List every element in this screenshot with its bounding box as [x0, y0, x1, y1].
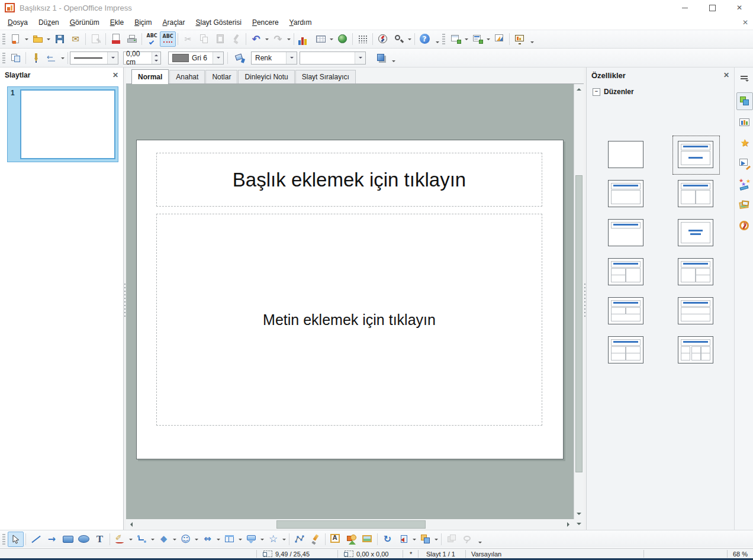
toolbar-grip[interactable]	[2, 34, 5, 44]
curve-dropdown[interactable]	[128, 532, 134, 546]
layout-blank[interactable]	[608, 141, 643, 168]
corner-scroll-down-icon[interactable]	[574, 520, 583, 529]
menu-bicim[interactable]: Biçim	[129, 15, 157, 30]
menu-dosya[interactable]: Dosya	[2, 15, 33, 30]
layout-title-slide[interactable]	[678, 141, 713, 168]
edit-file-icon[interactable]: ✎	[88, 31, 104, 47]
connector-dropdown[interactable]	[150, 532, 156, 546]
close-button[interactable]: ✕	[726, 0, 753, 15]
maximize-button[interactable]	[699, 0, 726, 15]
tab-dinleyici-notu[interactable]: Dinleyici Notu	[238, 70, 294, 83]
menu-duzen[interactable]: Düzen	[33, 15, 65, 30]
open-icon[interactable]	[30, 31, 46, 47]
new-slide-dropdown[interactable]	[464, 32, 469, 46]
zoom-icon[interactable]	[391, 31, 407, 47]
line-color-combo-arrow[interactable]	[213, 52, 223, 64]
shadow-icon[interactable]	[373, 50, 389, 66]
layout-two-content-and-content[interactable]	[608, 258, 643, 285]
layout-title-two-content[interactable]	[678, 180, 713, 207]
line-tool-icon[interactable]	[28, 532, 44, 547]
curve-tool-icon[interactable]: ✎	[112, 532, 128, 547]
horizontal-scroll-thumb[interactable]	[276, 520, 426, 529]
send-email-icon[interactable]: ✉	[67, 31, 83, 47]
rotate-icon[interactable]: ↻	[379, 532, 395, 547]
arrow-tool-icon[interactable]: →	[44, 532, 60, 547]
fontwork-icon[interactable]: A	[327, 532, 343, 547]
undo-dropdown[interactable]	[264, 32, 270, 46]
arrow-style-icon[interactable]: →	[44, 50, 60, 66]
ellipse-tool-icon[interactable]	[76, 532, 92, 547]
symbol-shapes-dropdown[interactable]	[194, 532, 199, 546]
save-icon[interactable]	[52, 31, 67, 47]
title-placeholder[interactable]: Başlık eklemek için tıklayın	[156, 153, 542, 207]
sidebar-tab-slide-transition[interactable]	[736, 155, 753, 172]
open-dropdown[interactable]	[46, 32, 52, 46]
callouts-dropdown[interactable]	[259, 532, 265, 546]
cut-icon[interactable]: ✂	[180, 31, 196, 47]
navigator-icon[interactable]	[375, 31, 391, 47]
arrange-dropdown[interactable]	[433, 532, 439, 546]
drawing-toolbar-overflow-icon[interactable]	[477, 531, 484, 548]
alignment-icon[interactable]	[395, 532, 411, 547]
rectangle-tool-icon[interactable]	[60, 532, 76, 547]
fill-type-combo[interactable]: Renk	[251, 52, 297, 65]
menu-pencere[interactable]: Pencere	[247, 15, 284, 30]
flowcharts-icon[interactable]	[221, 532, 237, 547]
slide-design-icon[interactable]	[491, 31, 507, 47]
properties-panel-close-icon[interactable]: ✕	[723, 71, 729, 79]
insert-table-icon[interactable]	[313, 31, 329, 47]
connector-tool-icon[interactable]	[134, 532, 150, 547]
scroll-left-icon[interactable]	[127, 520, 136, 529]
layout-content-and-two-content[interactable]	[678, 258, 713, 285]
spellcheck-icon[interactable]: ABC	[144, 31, 160, 47]
edit-points-icon[interactable]	[291, 532, 307, 547]
body-placeholder[interactable]: Metin eklemek için tıklayın	[156, 214, 542, 426]
block-arrows-dropdown[interactable]	[215, 532, 221, 546]
line-dialog-icon[interactable]	[28, 50, 44, 66]
menu-slayt-gosterisi[interactable]: Slayt Gösterisi	[191, 15, 247, 30]
basic-shapes-dropdown[interactable]	[172, 532, 178, 546]
from-file-icon[interactable]	[343, 532, 359, 547]
print-icon[interactable]	[124, 31, 140, 47]
line-style-combo[interactable]	[70, 52, 118, 65]
presentation-toolbar-overflow-icon[interactable]	[529, 31, 536, 47]
stars-dropdown[interactable]	[281, 532, 287, 546]
menu-araclar[interactable]: Araçlar	[157, 15, 190, 30]
tab-anahat[interactable]: Anahat	[169, 70, 205, 83]
slide-thumbnail[interactable]: 1	[7, 86, 118, 162]
layout-content-over-content[interactable]	[678, 297, 713, 324]
alignment-dropdown[interactable]	[411, 532, 417, 546]
new-slide-icon[interactable]	[448, 31, 464, 47]
template-name[interactable]: Varsayılan	[471, 549, 501, 559]
minimize-button[interactable]	[671, 0, 699, 15]
symbol-shapes-icon[interactable]: ☺	[178, 532, 194, 547]
slide-layout-icon[interactable]	[469, 31, 485, 47]
arrow-style-dropdown[interactable]	[60, 51, 66, 65]
new-document-button[interactable]	[8, 31, 24, 47]
select-tool-icon[interactable]	[8, 532, 24, 547]
insert-table-dropdown[interactable]	[329, 32, 334, 46]
layout-four-content[interactable]	[608, 336, 643, 363]
layout-two-content-over-content[interactable]	[608, 297, 643, 324]
interaction-icon[interactable]	[459, 532, 475, 547]
fill-type-combo-arrow[interactable]	[286, 52, 297, 64]
glue-points-icon[interactable]	[307, 532, 323, 547]
copy-icon[interactable]	[196, 31, 212, 47]
extrusion-icon[interactable]	[443, 532, 459, 547]
line-color-combo[interactable]: Gri 6	[168, 52, 224, 65]
collapse-section-icon[interactable]: −	[593, 88, 600, 96]
menu-yardim[interactable]: Yardım	[284, 15, 317, 30]
help-icon[interactable]: ?	[417, 31, 433, 47]
sidebar-tab-master-pages[interactable]	[736, 114, 753, 131]
line-style-combo-arrow[interactable]	[107, 52, 118, 64]
line-width-spinner[interactable]: 0,00 cm	[123, 52, 161, 65]
menu-ekle[interactable]: Ekle	[105, 15, 129, 30]
auto-spellcheck-icon[interactable]: ABC	[160, 31, 176, 47]
basic-shapes-icon[interactable]: ◆	[156, 532, 172, 547]
hyperlink-icon[interactable]	[334, 31, 350, 47]
insert-chart-icon[interactable]	[296, 31, 313, 47]
layout-title-only[interactable]	[608, 219, 643, 246]
scroll-down-icon[interactable]	[574, 510, 583, 519]
toolbar-grip[interactable]	[2, 534, 5, 545]
sidebar-tab-properties[interactable]	[736, 92, 753, 110]
